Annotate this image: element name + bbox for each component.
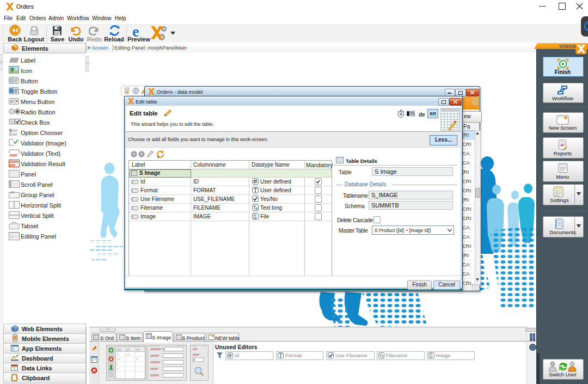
svg-text:e: e: [255, 206, 258, 210]
svg-text:10: 10: [253, 216, 256, 220]
svg-text:10: 10: [430, 355, 433, 358]
svg-text:e: e: [382, 354, 384, 358]
